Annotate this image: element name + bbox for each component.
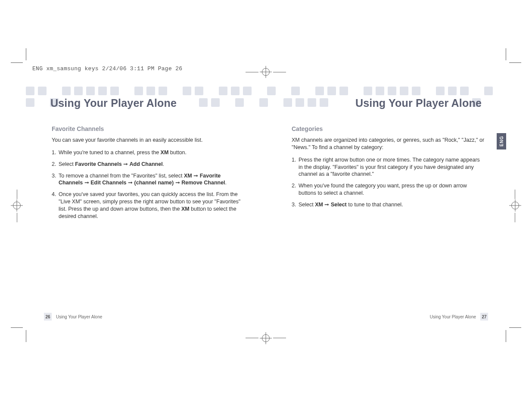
left-page: Favorite Channels You can save your favo… bbox=[52, 125, 245, 224]
print-slug: ENG xm_samsung keys 2/24/06 3:11 PM Page… bbox=[32, 65, 182, 72]
footer-label: Using Your Player Alone bbox=[430, 314, 476, 319]
page-number: 26 bbox=[44, 313, 52, 321]
header-band: Using Your Player Alone Using Your Playe… bbox=[26, 87, 506, 110]
list-item: 1. While you're tuned to a channel, pres… bbox=[52, 149, 245, 156]
page-title-left: Using Your Player Alone bbox=[50, 97, 177, 109]
footer-label: Using Your Player Alone bbox=[56, 314, 102, 319]
page-number: 27 bbox=[480, 313, 488, 321]
intro-text: XM channels are organized into categorie… bbox=[292, 137, 485, 151]
language-tab: ENG bbox=[497, 133, 506, 149]
section-heading: Favorite Channels bbox=[52, 125, 245, 133]
list-item: 2. Select Favorite Channels ➞ Add Channe… bbox=[52, 161, 245, 168]
section-heading: Categories bbox=[292, 125, 485, 133]
reg-mark-icon bbox=[262, 68, 270, 76]
list-item: 2. When you've found the category you wa… bbox=[292, 182, 485, 197]
reg-mark-icon bbox=[511, 202, 519, 209]
list-item: 1. Press the right arrow button one or m… bbox=[292, 156, 485, 178]
list-item: 3. Select XM ➞ Select to tune to that ch… bbox=[292, 201, 485, 209]
reg-mark-icon bbox=[262, 334, 270, 342]
list-item: 3. To remove a channel from the "Favorit… bbox=[52, 172, 245, 187]
right-page: Categories XM channels are organized int… bbox=[292, 125, 485, 213]
list-item: 4. Once you've saved your favorites, you… bbox=[52, 191, 245, 220]
reg-mark-icon bbox=[13, 202, 21, 209]
intro-text: You can save your favorite channels in a… bbox=[52, 137, 245, 144]
page-title-right: Using Your Player Alone bbox=[355, 97, 482, 109]
footer-left: 26 Using Your Player Alone bbox=[44, 313, 102, 321]
footer-right: Using Your Player Alone 27 bbox=[430, 313, 488, 321]
